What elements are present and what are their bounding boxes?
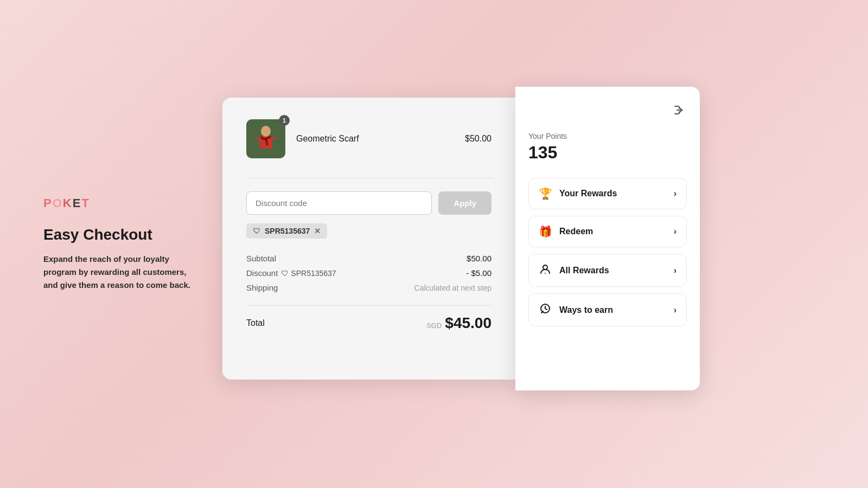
- product-price: $50.00: [465, 134, 492, 144]
- your-rewards-label: Your Rewards: [559, 189, 617, 198]
- shield-icon: 🛡: [253, 227, 260, 235]
- shipping-row: Shipping Calculated at next step: [246, 283, 492, 292]
- discount-input[interactable]: [246, 191, 432, 215]
- apply-button[interactable]: Apply: [438, 191, 492, 215]
- product-row: 1 Geometric Scarf $50.00: [246, 119, 492, 158]
- discount-label: Discount: [246, 268, 278, 278]
- total-amount: SGD $45.00: [426, 314, 492, 332]
- product-image: [246, 119, 285, 158]
- divider-1: [246, 178, 492, 178]
- total-label: Total: [246, 318, 265, 328]
- chevron-icon-your-rewards: ›: [674, 189, 676, 198]
- rewards-close-button[interactable]: [671, 102, 687, 121]
- checkout-card: 1 Geometric Scarf $50.00 Apply 🛡 SPR5135…: [222, 98, 515, 380]
- discount-value: - $5.00: [466, 268, 492, 278]
- description: Expand the reach of your loyalty program…: [43, 253, 195, 292]
- points-section: Your Points 135: [528, 132, 687, 163]
- divider-2: [246, 305, 492, 306]
- earn-icon: [539, 303, 552, 317]
- subtotal-value: $50.00: [467, 254, 492, 263]
- rewards-menu-list: 🏆 Your Rewards › 🎁 Redeem ›: [528, 178, 687, 326]
- svg-point-1: [261, 126, 271, 137]
- brand-logo: POKET: [43, 196, 195, 210]
- chevron-icon-redeem: ›: [674, 227, 676, 236]
- applied-code-text: SPR5135637: [265, 227, 310, 235]
- rewards-panel: Your Points 135 🏆 Your Rewards › 🎁 Redee…: [515, 87, 700, 390]
- product-name: Geometric Scarf: [296, 134, 465, 144]
- total-row: Total SGD $45.00: [246, 314, 492, 332]
- svg-rect-4: [272, 137, 277, 139]
- tagline: Easy Checkout: [43, 226, 195, 244]
- svg-point-5: [543, 265, 547, 269]
- chevron-icon-all-rewards: ›: [674, 266, 676, 275]
- currency-code: SGD: [426, 322, 442, 330]
- trophy-icon: 🏆: [539, 187, 552, 200]
- svg-point-6: [545, 273, 546, 274]
- menu-item-ways-to-earn[interactable]: Ways to earn ›: [528, 293, 687, 326]
- points-value: 135: [528, 143, 687, 163]
- gift-icon: 🎁: [539, 225, 552, 238]
- chevron-icon-ways-to-earn: ›: [674, 305, 676, 315]
- main-content: 1 Geometric Scarf $50.00 Apply 🛡 SPR5135…: [222, 98, 700, 390]
- svg-rect-3: [254, 137, 260, 139]
- menu-item-all-rewards-left: All Rewards: [539, 263, 609, 278]
- cart-badge: 1: [279, 115, 290, 126]
- product-image-wrap: 1: [246, 119, 285, 158]
- points-label: Your Points: [528, 132, 687, 140]
- user-icon: [539, 263, 552, 278]
- rewards-header: [528, 102, 687, 121]
- redeem-label: Redeem: [559, 227, 593, 236]
- discount-label-row: Discount 🛡 SPR5135637: [246, 268, 336, 278]
- shipping-label: Shipping: [246, 283, 278, 292]
- total-value: $45.00: [445, 314, 492, 332]
- remove-code-button[interactable]: ✕: [314, 227, 321, 235]
- menu-item-your-rewards[interactable]: 🏆 Your Rewards ›: [528, 178, 687, 209]
- discount-row-summary: Discount 🛡 SPR5135637 - $5.00: [246, 268, 492, 278]
- shipping-value: Calculated at next step: [414, 284, 492, 292]
- left-panel: POKET Easy Checkout Expand the reach of …: [43, 196, 195, 292]
- menu-item-ways-to-earn-left: Ways to earn: [539, 303, 613, 317]
- discount-code-badge: 🛡 SPR5135637: [281, 269, 336, 278]
- menu-item-redeem[interactable]: 🎁 Redeem ›: [528, 216, 687, 247]
- applied-code-tag: 🛡 SPR5135637 ✕: [246, 223, 327, 239]
- menu-item-all-rewards[interactable]: All Rewards ›: [528, 254, 687, 287]
- menu-item-your-rewards-left: 🏆 Your Rewards: [539, 187, 617, 200]
- subtotal-row: Subtotal $50.00: [246, 254, 492, 263]
- subtotal-label: Subtotal: [246, 254, 276, 263]
- menu-item-redeem-left: 🎁 Redeem: [539, 225, 593, 238]
- all-rewards-label: All Rewards: [559, 266, 609, 275]
- order-summary: Subtotal $50.00 Discount 🛡 SPR5135637 - …: [246, 254, 492, 292]
- discount-row: Apply: [246, 191, 492, 215]
- ways-to-earn-label: Ways to earn: [559, 305, 613, 315]
